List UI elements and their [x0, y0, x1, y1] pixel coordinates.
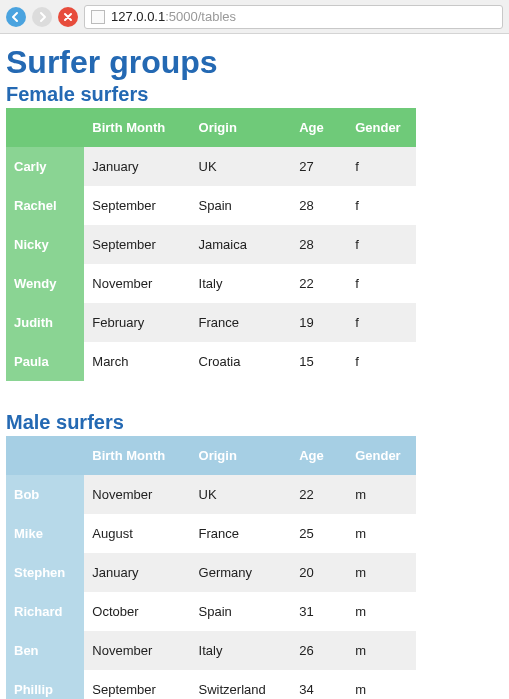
- cell-birth_month: November: [84, 264, 190, 303]
- cell-gender: f: [347, 303, 416, 342]
- cell-gender: f: [347, 147, 416, 186]
- row-name: Wendy: [6, 264, 84, 303]
- row-name: Carly: [6, 147, 84, 186]
- cell-age: 19: [291, 303, 347, 342]
- cell-age: 34: [291, 670, 347, 699]
- back-button[interactable]: [6, 7, 26, 27]
- male-tbody: BobNovemberUK22mMikeAugustFrance25mSteph…: [6, 475, 416, 699]
- cell-origin: Germany: [191, 553, 292, 592]
- table-row: BenNovemberItaly26m: [6, 631, 416, 670]
- table-row: BobNovemberUK22m: [6, 475, 416, 514]
- cell-age: 31: [291, 592, 347, 631]
- cell-birth_month: September: [84, 670, 190, 699]
- page-content: Surfer groups Female surfers Birth Month…: [0, 34, 509, 699]
- section-heading-female: Female surfers: [6, 83, 503, 106]
- cell-age: 28: [291, 186, 347, 225]
- cell-age: 22: [291, 264, 347, 303]
- url-host: 127.0.0.1: [111, 9, 165, 24]
- cell-origin: Spain: [191, 592, 292, 631]
- row-name: Richard: [6, 592, 84, 631]
- col-blank: [6, 436, 84, 475]
- table-row: JudithFebruaryFrance19f: [6, 303, 416, 342]
- col-origin: Origin: [191, 108, 292, 147]
- female-tbody: CarlyJanuaryUK27fRachelSeptemberSpain28f…: [6, 147, 416, 381]
- col-origin: Origin: [191, 436, 292, 475]
- cell-age: 28: [291, 225, 347, 264]
- table-row: MikeAugustFrance25m: [6, 514, 416, 553]
- col-birth-month: Birth Month: [84, 108, 190, 147]
- cell-origin: Croatia: [191, 342, 292, 381]
- table-header-row: Birth Month Origin Age Gender: [6, 436, 416, 475]
- cell-gender: m: [347, 553, 416, 592]
- col-gender: Gender: [347, 108, 416, 147]
- row-name: Mike: [6, 514, 84, 553]
- row-name: Judith: [6, 303, 84, 342]
- male-surfers-table: Birth Month Origin Age Gender BobNovembe…: [6, 436, 416, 699]
- url-path: :5000/tables: [165, 9, 236, 24]
- table-row: CarlyJanuaryUK27f: [6, 147, 416, 186]
- cell-age: 22: [291, 475, 347, 514]
- cell-origin: Italy: [191, 631, 292, 670]
- cell-age: 15: [291, 342, 347, 381]
- table-row: RichardOctoberSpain31m: [6, 592, 416, 631]
- row-name: Bob: [6, 475, 84, 514]
- cell-origin: Switzerland: [191, 670, 292, 699]
- forward-button[interactable]: [32, 7, 52, 27]
- col-gender: Gender: [347, 436, 416, 475]
- row-name: Rachel: [6, 186, 84, 225]
- cell-gender: f: [347, 264, 416, 303]
- cell-age: 20: [291, 553, 347, 592]
- cell-birth_month: September: [84, 186, 190, 225]
- url-text: 127.0.0.1:5000/tables: [111, 9, 236, 24]
- cell-origin: UK: [191, 147, 292, 186]
- table-row: PaulaMarchCroatia15f: [6, 342, 416, 381]
- arrow-left-icon: [10, 11, 22, 23]
- arrow-right-icon: [36, 11, 48, 23]
- stop-button[interactable]: [58, 7, 78, 27]
- cell-birth_month: August: [84, 514, 190, 553]
- cell-birth_month: October: [84, 592, 190, 631]
- col-birth-month: Birth Month: [84, 436, 190, 475]
- page-title: Surfer groups: [6, 44, 503, 81]
- cell-birth_month: February: [84, 303, 190, 342]
- col-age: Age: [291, 108, 347, 147]
- address-bar[interactable]: 127.0.0.1:5000/tables: [84, 5, 503, 29]
- browser-toolbar: 127.0.0.1:5000/tables: [0, 0, 509, 34]
- cell-gender: f: [347, 342, 416, 381]
- cell-gender: m: [347, 631, 416, 670]
- row-name: Ben: [6, 631, 84, 670]
- cell-birth_month: January: [84, 553, 190, 592]
- cell-age: 27: [291, 147, 347, 186]
- row-name: Paula: [6, 342, 84, 381]
- cell-birth_month: September: [84, 225, 190, 264]
- close-icon: [63, 12, 73, 22]
- section-heading-male: Male surfers: [6, 411, 503, 434]
- cell-origin: Spain: [191, 186, 292, 225]
- cell-origin: France: [191, 303, 292, 342]
- page-icon: [91, 10, 105, 24]
- cell-birth_month: January: [84, 147, 190, 186]
- row-name: Stephen: [6, 553, 84, 592]
- cell-age: 26: [291, 631, 347, 670]
- col-age: Age: [291, 436, 347, 475]
- cell-gender: m: [347, 592, 416, 631]
- cell-origin: Jamaica: [191, 225, 292, 264]
- row-name: Phillip: [6, 670, 84, 699]
- cell-birth_month: March: [84, 342, 190, 381]
- row-name: Nicky: [6, 225, 84, 264]
- cell-gender: m: [347, 475, 416, 514]
- table-header-row: Birth Month Origin Age Gender: [6, 108, 416, 147]
- cell-gender: f: [347, 186, 416, 225]
- cell-origin: Italy: [191, 264, 292, 303]
- cell-origin: UK: [191, 475, 292, 514]
- table-row: StephenJanuaryGermany20m: [6, 553, 416, 592]
- table-row: WendyNovemberItaly22f: [6, 264, 416, 303]
- cell-gender: m: [347, 514, 416, 553]
- table-row: PhillipSeptemberSwitzerland34m: [6, 670, 416, 699]
- table-row: RachelSeptemberSpain28f: [6, 186, 416, 225]
- cell-age: 25: [291, 514, 347, 553]
- cell-origin: France: [191, 514, 292, 553]
- cell-birth_month: November: [84, 631, 190, 670]
- cell-gender: f: [347, 225, 416, 264]
- table-row: NickySeptemberJamaica28f: [6, 225, 416, 264]
